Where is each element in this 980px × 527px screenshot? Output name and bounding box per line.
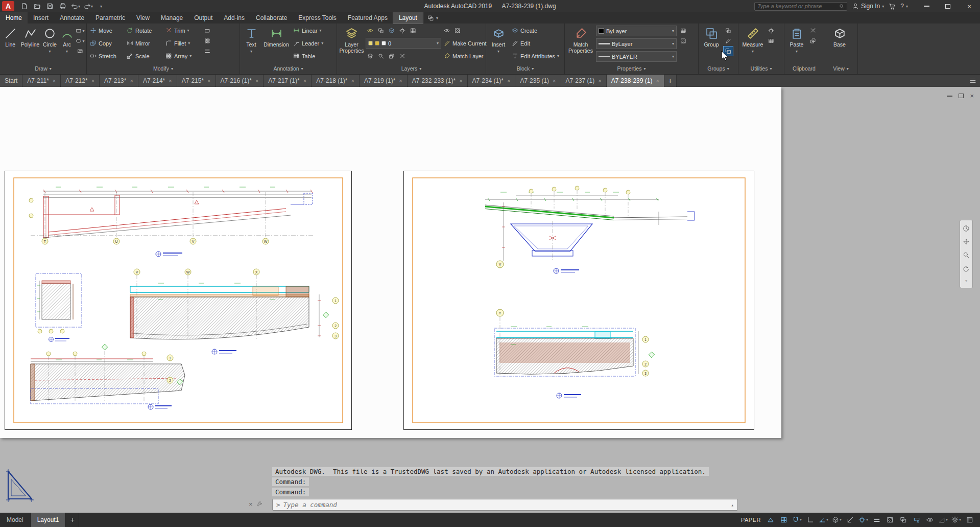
file-tab-a7-215[interactable]: A7-215*× [177, 75, 216, 87]
zoom-icon[interactable] [963, 251, 970, 259]
array-button[interactable]: Array▾ [164, 50, 202, 62]
layer-off-button[interactable] [366, 26, 375, 35]
trim-button[interactable]: Trim▾ [164, 24, 202, 37]
annotation-visibility-icon[interactable] [923, 514, 936, 525]
close-tab-icon[interactable]: × [598, 78, 601, 84]
new-layout-button[interactable]: + [66, 513, 79, 527]
plot-button[interactable] [57, 1, 69, 11]
right-sheet[interactable]: Y Y [403, 171, 754, 430]
group-button[interactable]: Group [700, 24, 723, 63]
group-edit-button[interactable] [724, 36, 733, 45]
ungroup-button[interactable] [724, 26, 733, 35]
maximize-button[interactable] [937, 0, 959, 12]
object-snap-icon[interactable]: ▾ [857, 514, 870, 525]
quick-select-button[interactable] [767, 26, 776, 35]
navigation-bar[interactable]: ▾ [960, 220, 973, 288]
scale-button[interactable]: Scale [125, 50, 163, 62]
close-tab-icon[interactable]: × [130, 78, 133, 84]
object-snap-tracking-icon[interactable] [844, 514, 856, 525]
erase-button[interactable] [203, 26, 212, 35]
ortho-icon[interactable] [804, 514, 817, 525]
ribbon-tab-view[interactable]: View [131, 12, 155, 24]
help-search-input[interactable] [755, 3, 839, 9]
save-button[interactable] [44, 1, 56, 11]
layer-dropdown[interactable]: 0 ▾ [366, 38, 441, 49]
close-tab-icon[interactable]: × [351, 78, 354, 84]
copy-button[interactable]: Copy [88, 37, 124, 50]
move-button[interactable]: Move [88, 24, 124, 37]
ribbon-display-toggle[interactable]: ▾ [423, 12, 443, 24]
close-tab-icon[interactable]: × [656, 78, 659, 84]
layer-lock-button[interactable] [398, 26, 407, 35]
group-selection-toggle-button[interactable] [724, 47, 733, 56]
block-panel-label[interactable]: Block▾ [486, 63, 564, 74]
file-tab-a7-235[interactable]: A7-235 (1)× [515, 75, 561, 87]
polyline-button[interactable]: Polyline [20, 24, 40, 63]
paste-button[interactable]: Paste▾ [786, 24, 807, 63]
ellipse-button[interactable]: ▾ [76, 36, 85, 45]
grid-icon[interactable] [777, 514, 790, 525]
close-tab-icon[interactable]: × [303, 78, 306, 84]
rotate-button[interactable]: Rotate [125, 24, 163, 37]
command-bar[interactable]: > ▴ [272, 499, 738, 511]
polar-tracking-icon[interactable]: ▾ [817, 514, 830, 525]
model-tab[interactable]: Model [0, 513, 31, 527]
quick-calc-button[interactable] [767, 36, 776, 45]
file-tab-a7-212[interactable]: A7-212*× [61, 75, 100, 87]
pan-icon[interactable] [963, 238, 970, 245]
file-tab-a7-217[interactable]: A7-217 (1)*× [264, 75, 312, 87]
clipboard-panel-label[interactable]: Clipboard [784, 63, 824, 74]
copy-clip-button[interactable] [808, 36, 818, 45]
linetype-dropdown[interactable]: BYLAYER ▾ [596, 51, 677, 62]
view-panel-label[interactable]: View▾ [824, 63, 857, 74]
arc-button[interactable]: Arc ▾ [59, 24, 75, 63]
layer-merge-button[interactable] [387, 52, 396, 61]
orbit-icon[interactable] [963, 265, 970, 272]
ribbon-tab-featured-apps[interactable]: Featured Apps [342, 12, 393, 24]
layer-isolate-button[interactable] [376, 26, 386, 35]
insert-button[interactable]: Insert▾ [488, 24, 509, 63]
match-properties-button[interactable]: Match Properties [566, 24, 595, 63]
drawing-minimize-icon[interactable] [947, 96, 952, 97]
utilities-panel-label[interactable]: Utilities▾ [738, 63, 784, 74]
undo-button[interactable]: ▾ [69, 1, 82, 11]
redo-button[interactable]: ▾ [82, 1, 94, 11]
layer-freeze-button[interactable] [387, 26, 396, 35]
left-sheet[interactable]: T U V W [5, 171, 352, 430]
file-tab-overflow-button[interactable] [966, 75, 980, 87]
qat-customize-button[interactable]: ▾ [95, 1, 107, 11]
file-tab-a7-218[interactable]: A7-218 (1)*× [312, 75, 360, 87]
file-tab-a7-237[interactable]: A7-237 (1)× [561, 75, 607, 87]
ribbon-tab-home[interactable]: Home [0, 12, 28, 24]
command-expand-icon[interactable]: ▴ [731, 502, 734, 508]
lineweight-icon[interactable] [870, 514, 883, 525]
new-drawing-tab-button[interactable]: + [664, 75, 677, 87]
properties-panel-label[interactable]: Properties▾ [565, 63, 698, 74]
close-button[interactable]: × [959, 0, 980, 12]
ribbon-tab-manage[interactable]: Manage [155, 12, 188, 24]
mirror-button[interactable]: Mirror [125, 37, 163, 50]
layer-freeze-all-button[interactable] [442, 26, 451, 35]
ribbon-tab-express-tools[interactable]: Express Tools [293, 12, 342, 24]
ribbon-tab-annotate[interactable]: Annotate [54, 12, 90, 24]
new-file-button[interactable] [18, 1, 31, 11]
ribbon-tab-collaborate[interactable]: Collaborate [250, 12, 293, 24]
text-button[interactable]: Text▾ [242, 24, 261, 63]
file-tab-a7-234[interactable]: A7-234 (1)*× [468, 75, 516, 87]
base-button[interactable]: Base [826, 24, 853, 63]
make-current-button[interactable]: Make Current [442, 37, 484, 50]
draw-panel-label[interactable]: Draw▾ [0, 63, 86, 74]
ribbon-tab-parametric[interactable]: Parametric [90, 12, 131, 24]
file-tab-a7-216[interactable]: A7-216 (1)*× [216, 75, 264, 87]
stretch-button[interactable]: Stretch [88, 50, 124, 62]
close-tab-icon[interactable]: × [553, 78, 556, 84]
file-tab-a7-238-239[interactable]: A7-238-239 (1)× [607, 75, 664, 87]
selection-cycling-icon[interactable] [897, 514, 910, 525]
file-tab-a7-213[interactable]: A7-213*× [100, 75, 138, 87]
open-file-button[interactable] [31, 1, 43, 11]
close-tab-icon[interactable]: × [207, 78, 210, 84]
layer-unisolate-button[interactable] [409, 26, 418, 35]
close-tab-icon[interactable]: × [53, 78, 56, 84]
drawing-restore-icon[interactable] [959, 94, 964, 98]
steering-wheel-icon[interactable] [963, 225, 970, 232]
